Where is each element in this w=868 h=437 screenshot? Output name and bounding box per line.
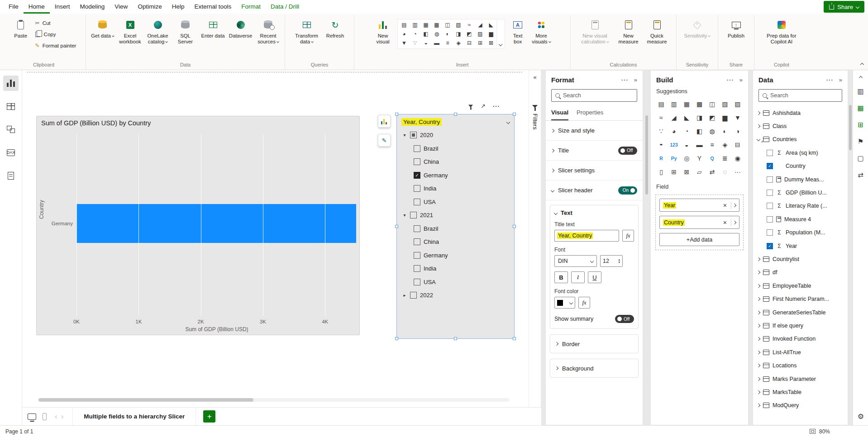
resize-handle[interactable]: [454, 113, 457, 116]
power-automate-icon[interactable]: ⇄: [706, 166, 719, 177]
chevron-right-icon[interactable]: [757, 310, 760, 314]
report-view-button[interactable]: [3, 76, 19, 91]
expander-icon[interactable]: [402, 133, 407, 138]
map-icon[interactable]: ◍: [431, 29, 442, 38]
model-view-button[interactable]: [3, 122, 19, 137]
checkbox[interactable]: [767, 163, 773, 169]
area-chart-icon[interactable]: ◢: [668, 112, 680, 123]
format-pane-scrollbar[interactable]: [645, 115, 648, 195]
field-row[interactable]: Year: [753, 239, 848, 252]
slicer-item[interactable]: Brazil: [397, 142, 514, 156]
multi-row-card-icon[interactable]: ≡: [442, 38, 453, 48]
format-section[interactable]: Slicer header On: [546, 180, 643, 200]
line-chart-icon[interactable]: ≈: [464, 20, 475, 29]
clustered-bar-chart-icon[interactable]: ▦: [680, 98, 693, 109]
selection-pane-icon[interactable]: ▢: [853, 150, 868, 166]
pie-chart-icon[interactable]: ◕: [668, 125, 680, 137]
table-row[interactable]: If else query: [753, 319, 848, 332]
100-stacked-bar-chart-icon[interactable]: ◫: [706, 98, 719, 109]
chevron-right-icon[interactable]: [757, 297, 760, 301]
show-summary-toggle[interactable]: Off: [615, 315, 634, 323]
checkbox[interactable]: [767, 203, 773, 209]
font-color-dropdown[interactable]: [554, 297, 575, 309]
chevron-right-icon[interactable]: [757, 350, 760, 354]
area-chart-icon[interactable]: ◢: [475, 20, 486, 29]
add-data-button[interactable]: +Add data: [659, 233, 739, 246]
matrix-icon[interactable]: ⊠: [680, 166, 693, 177]
visualizations-pane-icon[interactable]: ▦: [853, 100, 868, 116]
donut-chart-icon[interactable]: ◔: [680, 125, 693, 137]
field-row[interactable]: Literacy Rate (...: [753, 200, 848, 213]
resize-handle[interactable]: [513, 225, 516, 228]
table-row[interactable]: Locations: [753, 359, 848, 372]
slicer-item[interactable]: India: [397, 262, 514, 276]
spinner-down-icon[interactable]: ▾: [618, 261, 620, 264]
menu-tab[interactable]: Help: [167, 0, 190, 14]
previous-page-arrow[interactable]: ‹: [55, 412, 57, 421]
menu-tab[interactable]: View: [110, 0, 133, 14]
clustered-column-chart-icon[interactable]: ▩: [693, 98, 706, 109]
python-icon[interactable]: Py: [668, 152, 680, 164]
line-chart-icon[interactable]: ≈: [655, 112, 668, 123]
format-painter-button[interactable]: ✎Format painter: [33, 41, 79, 51]
text-box-button[interactable]: Text box: [507, 16, 528, 46]
kpi-icon[interactable]: ◈: [719, 139, 731, 150]
menu-tab[interactable]: Optimize: [133, 0, 167, 14]
table-row-countries[interactable]: Countries: [753, 133, 848, 146]
table-row[interactable]: df: [753, 266, 848, 279]
power-apps-icon[interactable]: ▱: [693, 166, 706, 177]
line-clustered-column-chart-icon[interactable]: ◩: [464, 29, 475, 38]
more-options-icon[interactable]: ···: [493, 103, 500, 109]
checkbox[interactable]: [414, 238, 420, 245]
collapse-pane-icon[interactable]: »: [839, 76, 842, 83]
new-measure-button[interactable]: New measure: [615, 16, 643, 46]
sync-slicers-pane-icon[interactable]: ⇄: [853, 166, 868, 183]
title-text-input[interactable]: Year, Country: [554, 230, 619, 242]
donut-chart-icon[interactable]: ◔: [410, 29, 420, 38]
scrollbar-thumb[interactable]: [38, 398, 253, 402]
copy-button[interactable]: Copy: [33, 29, 79, 39]
table-row[interactable]: Class: [753, 119, 848, 133]
checkbox[interactable]: [414, 158, 420, 165]
table-row[interactable]: EmployeeTable: [753, 279, 848, 292]
table-row[interactable]: GenerateSeriesTable: [753, 306, 848, 319]
report-canvas[interactable]: Sum of GDP (Billion USD) by Country Coun…: [22, 70, 529, 407]
section-chevron-icon[interactable]: [555, 342, 558, 346]
gauge-icon[interactable]: ◒: [420, 38, 431, 48]
table-row[interactable]: Invoked Function: [753, 332, 848, 346]
italic-button[interactable]: I: [571, 271, 585, 283]
checkbox[interactable]: [767, 216, 773, 223]
table-row[interactable]: MarksTable: [753, 385, 848, 399]
menu-tab[interactable]: File: [4, 0, 24, 14]
100-stacked-column-chart-icon[interactable]: ▧: [453, 20, 464, 29]
search-input[interactable]: [563, 92, 636, 99]
collapse-pane-icon[interactable]: »: [634, 76, 637, 83]
toggle-switch[interactable]: Off: [618, 147, 637, 155]
ribbon-chart-icon[interactable]: ▨: [475, 29, 486, 38]
slicer-item[interactable]: China: [397, 235, 514, 249]
scatter-chart-icon[interactable]: ∵: [655, 125, 668, 137]
table-row[interactable]: Countrylist: [753, 252, 848, 266]
format-pane-tab[interactable]: Visual: [551, 109, 568, 120]
onelake-catalog-button[interactable]: OneLake catalog: [144, 16, 172, 46]
menu-tab[interactable]: Data / Drill: [266, 0, 304, 14]
qa-icon[interactable]: Q: [706, 152, 719, 164]
format-pane-tab[interactable]: Properties: [577, 109, 603, 120]
key-influencers-icon[interactable]: ◎: [680, 152, 693, 164]
table-view-button[interactable]: [3, 99, 19, 114]
dataverse-button[interactable]: Dataverse: [227, 16, 254, 40]
panes-switcher-icon[interactable]: ▥: [853, 83, 868, 100]
table-row[interactable]: First Numeric Param...: [753, 292, 848, 305]
fx-conditional-format-button[interactable]: fx: [622, 230, 634, 242]
treemap-icon[interactable]: ◧: [693, 125, 706, 137]
checkbox[interactable]: [414, 199, 420, 205]
clustered-bar-chart-icon[interactable]: ▦: [420, 20, 431, 29]
filled-map-icon[interactable]: ◐: [719, 125, 731, 137]
hierarchy-slicer-visual[interactable]: Year, Country 2020 Brazil: [396, 114, 515, 339]
menu-tab[interactable]: Modeling: [75, 0, 110, 14]
checkbox[interactable]: [767, 150, 773, 156]
slicer-icon[interactable]: ⊟: [464, 38, 475, 48]
section-chevron-icon[interactable]: [551, 148, 554, 152]
chevron-right-icon[interactable]: [757, 124, 760, 128]
refresh-button[interactable]: Refresh: [323, 16, 348, 40]
